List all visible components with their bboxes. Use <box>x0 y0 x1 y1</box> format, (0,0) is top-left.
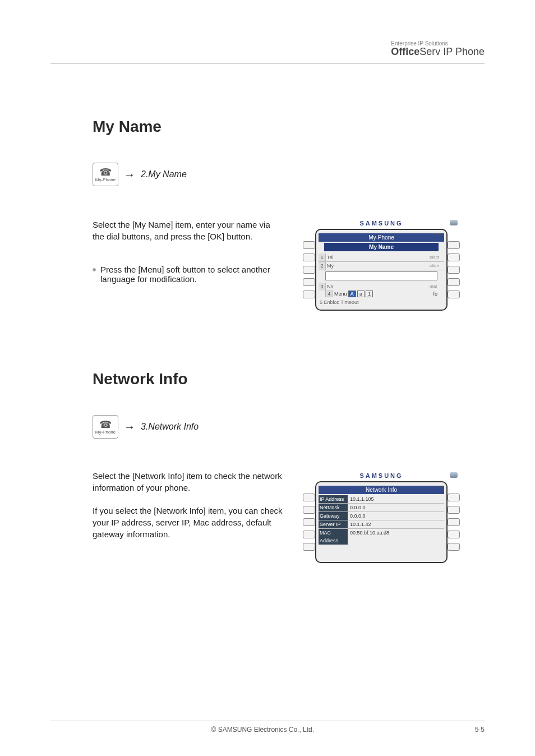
list-item: 1 Tel elect <box>319 253 444 262</box>
my-phone-icon: ☎ My-Phone <box>93 415 118 439</box>
path-text-my-name: 2.My Name <box>141 169 187 179</box>
instruction-my-name: Select the [My Name] item, enter your na… <box>93 219 283 242</box>
row-label: Na <box>326 283 355 291</box>
table-row: IP Address 10.1.1.105 <box>319 495 444 504</box>
instruction-network-info-1: Select the [Network Info] item to check … <box>93 470 283 494</box>
list-item: 3 Na mat <box>319 283 444 291</box>
softkey[interactable] <box>448 278 460 286</box>
field-value: 0.0.0.0 <box>348 504 444 511</box>
row-value <box>355 253 430 261</box>
menu-path-network-info: ☎ My-Phone → 3.Network Info <box>93 415 199 439</box>
softkey[interactable] <box>448 291 460 298</box>
softkey[interactable] <box>303 494 315 501</box>
page-footer: © SAMSUNG Electronics Co., Ltd. 5-5 <box>50 721 485 734</box>
softkey[interactable] <box>303 543 315 551</box>
mode-lower[interactable]: a <box>357 291 365 297</box>
screen-title: Network Info <box>319 486 444 494</box>
arrow-right-icon: → <box>124 421 135 434</box>
softkey[interactable] <box>303 241 315 249</box>
instruction-network-info-2: If you select the [Network Info] item, y… <box>93 505 283 540</box>
softkey[interactable] <box>448 266 460 274</box>
mode-upper[interactable]: A <box>348 291 357 297</box>
softkey[interactable] <box>303 278 315 286</box>
phone-brand-bar: SAMSUNG <box>303 470 460 481</box>
left-softkey-column <box>303 229 315 311</box>
softkey[interactable] <box>448 253 460 261</box>
row-index: 1 <box>319 253 326 261</box>
softkey[interactable] <box>448 531 460 538</box>
path-text-network-info: 3.Network Info <box>141 422 199 432</box>
softkey[interactable] <box>448 241 460 249</box>
softkey[interactable] <box>448 543 460 551</box>
input-mode-row: 4 Menu A a 1 fo <box>325 291 437 297</box>
softkey[interactable] <box>303 291 315 298</box>
row-label: My <box>326 262 355 270</box>
icon-caption: My-Phone <box>95 430 116 435</box>
softkey[interactable] <box>448 518 460 526</box>
brand-main: OfficeServ IP Phone <box>391 47 485 58</box>
icon-caption: My-Phone <box>95 177 116 182</box>
my-phone-icon: ☎ My-Phone <box>93 163 118 186</box>
field-value: 10.1.1.105 <box>348 495 444 503</box>
field-value: 10.1.1.42 <box>348 520 444 528</box>
softkey[interactable] <box>448 494 460 501</box>
phone-screen-my-name: SAMSUNG ▭▭ My-Phone My Name 1 Tel elect <box>303 218 460 311</box>
screen-title-inner: My Name <box>324 243 439 251</box>
table-row: NetMask 0.0.0.0 <box>319 504 444 512</box>
bottom-list-item: 5 Enbloc Timeout <box>319 298 444 306</box>
bullet-text: Press the [Menu] soft button to select a… <box>100 265 294 284</box>
status-bar-icon: ▭▭ <box>433 483 443 489</box>
copyright: © SAMSUNG Electronics Co., Ltd. <box>211 726 315 734</box>
lcd-screen: ▭▭ My-Phone My Name 1 Tel elect 2 My cti… <box>315 229 448 311</box>
row-fragment: fo <box>433 291 437 297</box>
bottom-item-text: 5 Enbloc Timeout <box>319 298 359 306</box>
table-row: MAC Address 00:50:bf:10:aa:d8 <box>319 529 444 545</box>
softkey[interactable] <box>303 506 315 514</box>
table-row: Gateway 0.0.0.0 <box>319 512 444 520</box>
row-value <box>355 283 430 291</box>
status-bar-icon: ▭▭ <box>433 231 443 237</box>
row-fragment: mat <box>430 283 444 291</box>
phone-icon: ☎ <box>99 167 112 177</box>
bullet-my-name: Press the [Menu] soft button to select a… <box>93 265 294 284</box>
phone-brand: SAMSUNG <box>359 472 403 479</box>
screen-title-outer: My-Phone <box>319 233 444 242</box>
field-label: Gateway <box>319 512 348 520</box>
menu-soft-label[interactable]: Menu <box>334 291 347 297</box>
led-icon <box>450 220 458 225</box>
phone-icon: ☎ <box>99 420 112 430</box>
section-title-network-info: Network Info <box>93 370 188 388</box>
field-value: 00:50:bf:10:aa:d8 <box>348 529 444 545</box>
right-softkey-column <box>448 229 460 311</box>
led-icon <box>450 472 458 478</box>
menu-path-my-name: ☎ My-Phone → 2.My Name <box>93 163 187 186</box>
field-value: 0.0.0.0 <box>348 512 444 520</box>
mode-numeric[interactable]: 1 <box>366 291 373 297</box>
row-index: 4 <box>325 291 333 297</box>
list-item: 2 My ction <box>319 262 444 270</box>
field-label: Server IP <box>319 520 348 528</box>
brand-light: Serv <box>419 46 440 57</box>
table-row: Server IP 10.1.1.42 <box>319 520 444 529</box>
name-input[interactable] <box>325 271 437 280</box>
brand-suffix: IP Phone <box>440 46 485 57</box>
softkey[interactable] <box>448 506 460 514</box>
softkey[interactable] <box>303 253 315 261</box>
phone-screen-network-info: SAMSUNG ▭▭ Network Info IP Address 10.1.… <box>303 470 460 563</box>
page-number: 5-5 <box>475 726 485 734</box>
row-fragment: elect <box>430 253 444 261</box>
lcd-screen: ▭▭ Network Info IP Address 10.1.1.105 Ne… <box>315 481 448 563</box>
row-index: 3 <box>319 283 326 291</box>
row-value <box>355 262 430 270</box>
brand-block: Enterprise IP Solutions OfficeServ IP Ph… <box>391 40 485 58</box>
header-divider <box>50 63 485 63</box>
row-index: 2 <box>319 262 326 270</box>
field-label: IP Address <box>319 495 348 503</box>
phone-brand-bar: SAMSUNG <box>303 218 460 229</box>
field-label: NetMask <box>319 504 348 511</box>
row-label: Tel <box>326 253 355 261</box>
softkey[interactable] <box>303 518 315 526</box>
softkey[interactable] <box>303 266 315 274</box>
bullet-icon <box>93 268 96 271</box>
softkey[interactable] <box>303 531 315 538</box>
